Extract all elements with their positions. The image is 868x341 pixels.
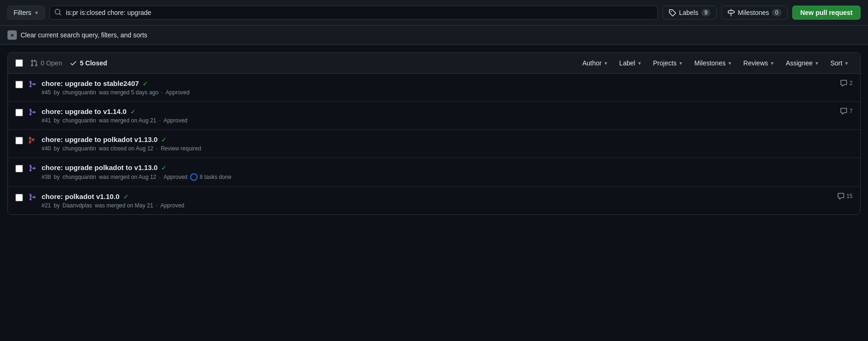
pr-title[interactable]: chore: upgrade polkadot to v1.13.0 [42,163,157,171]
labels-count: 9 [701,9,711,16]
comment-count[interactable]: 15 [837,192,853,200]
pr-title[interactable]: chore: upgrade to v1.14.0 [42,107,127,115]
top-bar: Filters ▼ Labels 9 Milestones 0 New pull… [0,0,868,26]
closed-pr-icon [28,136,36,144]
list-item: chore: upgrade to stable2407 ✓ #45 by ch… [8,74,860,102]
pull-requests-list: 0 Open 5 Closed Author ▼ Label ▼ Project… [7,52,861,215]
milestones-chevron-icon: ▼ [727,61,732,66]
reviews-chevron-icon: ▼ [770,61,775,66]
clear-x-button[interactable]: × [7,30,17,40]
pr-meta: #21 by Daanvdplas was merged on May 21 ·… [42,202,832,209]
filters-button[interactable]: Filters ▼ [7,6,45,20]
pr-meta: #40 by chungquantin was closed on Aug 12… [42,145,847,152]
milestones-button[interactable]: Milestones 0 [721,6,788,20]
milestones-count: 0 [772,9,782,16]
comment-number: 15 [847,193,853,199]
milestones-filter[interactable]: Milestones ▼ [690,57,736,69]
pr-checkbox[interactable] [15,165,23,172]
pr-right: 7 [840,107,853,115]
comment-icon [837,192,845,200]
search-input[interactable] [50,6,658,20]
pr-icon [28,80,36,89]
pr-review-status: Approved [160,202,184,209]
pr-check-icon: ✓ [161,164,167,171]
pr-number: #45 [42,89,51,96]
label-icon [669,9,676,16]
pr-checkbox[interactable] [15,137,23,144]
projects-filter[interactable]: Projects ▼ [649,57,687,69]
comment-count[interactable]: 2 [840,79,853,87]
comment-count[interactable]: 7 [840,107,853,115]
milestones-label: Milestones [738,9,769,16]
pr-number: #41 [42,117,51,124]
reviews-filter[interactable]: Reviews ▼ [740,57,778,69]
pr-right: 15 [837,192,853,200]
pr-title-row: chore: upgrade to v1.14.0 ✓ [42,107,834,115]
tasks-badge: 8 tasks done [190,173,231,181]
pr-meta-dot: by [54,202,60,209]
merged-pr-icon [28,193,36,201]
select-all-checkbox[interactable] [15,59,23,67]
pr-title[interactable]: chore: polkadot v1.10.0 [42,192,120,200]
open-pr-icon [30,59,38,67]
clear-text: Clear current search query, filters, and… [21,31,147,39]
pr-title-row: chore: upgrade to stable2407 ✓ [42,79,834,87]
assignee-filter[interactable]: Assignee ▼ [782,57,823,69]
pr-meta-dot: by [54,89,60,96]
labels-button[interactable]: Labels 9 [662,6,717,20]
tasks-count: 8 tasks done [199,174,231,180]
sort-filter[interactable]: Sort ▼ [826,57,853,69]
pr-content: chore: upgrade to stable2407 ✓ #45 by ch… [42,79,834,96]
pr-icon [28,108,36,117]
merged-pr-icon [28,164,36,172]
pr-author[interactable]: chungquantin [63,117,96,124]
header-filters: Author ▼ Label ▼ Projects ▼ Milestones ▼… [578,57,853,69]
label-filter[interactable]: Label ▼ [616,57,646,69]
pr-check-icon: ✓ [123,193,129,200]
pr-review-status: Review required [161,145,201,152]
pr-title[interactable]: chore: upgrade to stable2407 [42,79,139,87]
pr-title[interactable]: chore: upgrade to polkadot v1.13.0 [42,135,157,143]
author-filter[interactable]: Author ▼ [578,57,612,69]
filters-chevron-icon: ▼ [34,10,39,15]
pr-icon [28,136,36,145]
assignee-chevron-icon: ▼ [815,61,819,66]
filters-label: Filters [14,9,31,16]
pr-author[interactable]: chungquantin [63,89,96,96]
pr-meta: #38 by chungquantin was merged on Aug 12… [42,173,847,181]
pr-checkbox[interactable] [15,109,23,116]
pr-review-status: Approved [164,174,187,180]
pr-checkbox[interactable] [15,81,23,88]
pr-author[interactable]: chungquantin [63,145,96,152]
open-count[interactable]: 0 Open [30,59,62,67]
closed-count[interactable]: 5 Closed [70,59,107,67]
pr-meta-dot: by [54,117,60,124]
projects-chevron-icon: ▼ [678,61,683,66]
pr-meta: #41 by chungquantin was merged on Aug 21… [42,117,834,124]
pr-number: #40 [42,145,51,152]
pr-author[interactable]: chungquantin [63,174,96,180]
pr-icon [28,193,36,202]
pr-status-text: was merged on Aug 12 [99,174,157,180]
comment-number: 7 [849,108,853,114]
pr-review-status: Approved [164,117,187,124]
author-chevron-icon: ▼ [604,61,608,66]
pr-status-text: was merged 5 days ago [99,89,158,96]
pr-icon [28,164,36,173]
list-item: chore: upgrade to polkadot v1.13.0 ✓ #40… [8,130,860,158]
milestone-icon [727,9,735,16]
pr-items-container: chore: upgrade to stable2407 ✓ #45 by ch… [8,74,860,214]
pr-meta: #45 by chungquantin was merged 5 days ag… [42,89,834,96]
pr-checkbox[interactable] [15,194,23,201]
pr-status-text: was merged on May 21 [95,202,153,209]
comment-number: 2 [849,80,853,86]
pr-author[interactable]: Daanvdplas [63,202,92,209]
clear-bar: × Clear current search query, filters, a… [0,26,868,45]
pr-meta-separator: · [156,202,157,209]
pr-content: chore: polkadot v1.10.0 ✓ #21 by Daanvdp… [42,192,832,209]
new-pull-request-button[interactable]: New pull request [792,6,861,20]
pr-review-status: Approved [166,89,190,96]
pr-title-row: chore: polkadot v1.10.0 ✓ [42,192,832,200]
check-icon [70,59,77,67]
comment-icon [840,79,847,87]
